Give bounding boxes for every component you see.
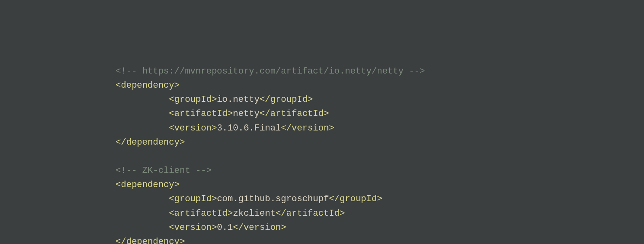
code-token: <version> — [169, 223, 217, 233]
code-token: io.netty — [217, 95, 260, 105]
code-token: <groupId> — [169, 194, 217, 204]
code-token: <artifactId> — [169, 208, 233, 219]
code-line: <dependency> — [9, 78, 635, 93]
code-line: </dependency> — [9, 135, 635, 149]
code-token: 3.10.6.Final — [217, 123, 281, 133]
code-line — [9, 149, 635, 164]
code-line: <version>3.10.6.Final</version> — [9, 121, 635, 135]
code-token: </artifactId> — [276, 208, 345, 219]
code-line: <artifactId>zkclient</artifactId> — [9, 206, 635, 221]
code-token: <groupId> — [169, 95, 217, 105]
code-line: </dependency> — [9, 235, 635, 244]
code-token: </version> — [281, 123, 334, 133]
code-token: </groupId> — [329, 194, 382, 204]
code-token: <version> — [169, 123, 217, 133]
code-line: <!-- ZK-client --> — [9, 164, 635, 178]
code-token: </version> — [233, 223, 286, 233]
code-line: <version>0.1</version> — [9, 221, 635, 235]
code-token: </dependency> — [116, 237, 185, 244]
code-token: zkclient — [233, 208, 276, 219]
code-token: <dependency> — [116, 180, 179, 190]
code-token: </dependency> — [116, 137, 185, 147]
code-line: <dependency> — [9, 178, 635, 192]
code-token: netty — [233, 109, 260, 119]
code-line: <groupId>io.netty</groupId> — [9, 93, 635, 107]
code-token: </artifactId> — [260, 109, 329, 119]
code-block: <!-- https://mvnrepository.com/artifact/… — [9, 64, 635, 244]
code-token: </groupId> — [260, 95, 313, 105]
code-token: com.github.sgroschupf — [217, 194, 329, 204]
code-token: <dependency> — [116, 80, 179, 90]
code-token: <artifactId> — [169, 109, 233, 119]
code-token: <!-- https://mvnrepository.com/artifact/… — [116, 66, 425, 76]
code-line: <groupId>com.github.sgroschupf</groupId> — [9, 192, 635, 206]
code-line: <artifactId>netty</artifactId> — [9, 107, 635, 121]
code-token: <!-- ZK-client --> — [116, 166, 212, 176]
code-token: 0.1 — [217, 223, 233, 233]
code-token — [116, 151, 121, 162]
code-line: <!-- https://mvnrepository.com/artifact/… — [9, 64, 635, 78]
